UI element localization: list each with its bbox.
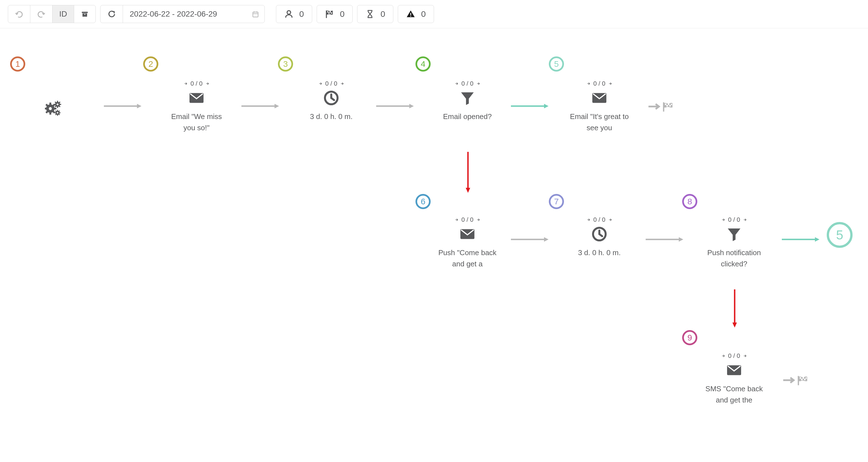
node-6-badge-wrap: 6 bbox=[415, 194, 431, 209]
node-5-ref-badge: 5 bbox=[827, 222, 852, 248]
node-6[interactable]: 0 / 0 Push "Come back and get a bbox=[434, 212, 501, 270]
stat-errors-value: 0 bbox=[421, 9, 426, 19]
history-group: ID bbox=[8, 5, 96, 23]
node-1[interactable]: 1 bbox=[10, 56, 25, 71]
refresh-button[interactable] bbox=[100, 5, 123, 23]
arrow-6-7 bbox=[511, 236, 550, 243]
node-5-badge: 5 bbox=[549, 56, 564, 71]
node-5-label: Email "It's great to see you bbox=[568, 111, 630, 133]
node-9-stats: 0 / 0 bbox=[721, 352, 747, 360]
node-3-stats: 0 / 0 bbox=[319, 80, 344, 87]
node-1-icon-wrap[interactable] bbox=[45, 98, 62, 118]
node-9[interactable]: 0 / 0 SMS "Come back and get the bbox=[698, 348, 771, 406]
node-4-badge-wrap: 4 bbox=[415, 56, 431, 71]
stat-completed-value: 0 bbox=[340, 9, 345, 19]
finish-flag-2 bbox=[783, 374, 808, 388]
undo-button[interactable] bbox=[8, 5, 30, 23]
node-4-badge: 4 bbox=[415, 56, 431, 71]
stat-completed[interactable]: 0 bbox=[317, 5, 353, 23]
arrow-8-9-no bbox=[731, 289, 738, 329]
node-6-badge: 6 bbox=[415, 194, 431, 209]
node-7-label: 3 d. 0 h. 0 m. bbox=[578, 247, 621, 258]
redo-button[interactable] bbox=[30, 5, 53, 23]
node-9-label: SMS "Come back and get the bbox=[703, 383, 765, 406]
stat-pending-value: 0 bbox=[380, 9, 385, 19]
node-4-label: Email opened? bbox=[443, 111, 492, 122]
node-7-stats: 0 / 0 bbox=[587, 216, 612, 223]
date-range-input[interactable] bbox=[123, 5, 246, 23]
date-range-group bbox=[100, 5, 265, 23]
node-6-label: Push "Come back and get a bbox=[436, 247, 498, 270]
node-5-stats: 0 / 0 bbox=[587, 80, 612, 87]
clock-icon bbox=[323, 90, 340, 106]
refresh-icon bbox=[107, 10, 116, 18]
undo-icon bbox=[15, 10, 23, 18]
node-5-ref[interactable]: 5 bbox=[827, 222, 852, 248]
node-4[interactable]: 0 / 0 Email opened? bbox=[434, 76, 501, 122]
user-icon bbox=[284, 9, 293, 19]
node-8-label: Push notification clicked? bbox=[703, 247, 765, 270]
node-3-label: 3 d. 0 h. 0 m. bbox=[310, 111, 352, 122]
node-8[interactable]: 0 / 0 Push notification clicked? bbox=[701, 212, 768, 270]
archive-button[interactable] bbox=[74, 5, 96, 23]
node-8-badge: 8 bbox=[682, 194, 697, 209]
id-button-label: ID bbox=[59, 9, 67, 19]
node-4-stats: 0 / 0 bbox=[455, 80, 480, 87]
stat-users[interactable]: 0 bbox=[276, 5, 312, 23]
node-7-badge: 7 bbox=[549, 194, 564, 209]
arrow-4-5-yes bbox=[511, 103, 550, 110]
stat-errors[interactable]: 0 bbox=[398, 5, 434, 23]
warning-icon bbox=[406, 9, 415, 19]
id-button[interactable]: ID bbox=[52, 5, 74, 23]
mail-icon bbox=[726, 362, 743, 379]
redo-icon bbox=[37, 10, 45, 18]
node-2-badge: 2 bbox=[143, 56, 158, 71]
node-9-badge: 9 bbox=[682, 330, 697, 345]
archive-icon bbox=[81, 10, 89, 18]
node-3-badge-wrap: 3 bbox=[278, 56, 293, 71]
mail-icon bbox=[591, 90, 608, 106]
stat-pending[interactable]: 0 bbox=[357, 5, 393, 23]
node-2-stats: 0 / 0 bbox=[184, 80, 210, 87]
node-5-badge-wrap: 5 bbox=[549, 56, 564, 71]
hourglass-icon bbox=[365, 9, 375, 19]
node-1-badge: 1 bbox=[10, 56, 25, 71]
node-5[interactable]: 0 / 0 Email "It's great to see you bbox=[566, 76, 633, 133]
node-2-badge-wrap: 2 bbox=[143, 56, 158, 71]
arrow-3-4 bbox=[376, 103, 415, 110]
node-8-badge-wrap: 8 bbox=[682, 194, 697, 209]
node-2-label: Email "We miss you so!" bbox=[166, 111, 227, 133]
node-3-badge: 3 bbox=[278, 56, 293, 71]
funnel-icon bbox=[726, 226, 743, 243]
calendar-icon bbox=[251, 10, 259, 18]
node-3[interactable]: 0 / 0 3 d. 0 h. 0 m. bbox=[298, 76, 365, 122]
node-2[interactable]: 0 / 0 Email "We miss you so!" bbox=[163, 76, 230, 133]
stat-users-value: 0 bbox=[299, 9, 304, 19]
arrow-1-2 bbox=[104, 103, 143, 110]
arrow-4-6-no bbox=[465, 152, 471, 194]
node-6-stats: 0 / 0 bbox=[455, 216, 480, 223]
flag-icon bbox=[325, 9, 334, 19]
funnel-icon bbox=[459, 90, 476, 106]
node-7-badge-wrap: 7 bbox=[549, 194, 564, 209]
arrow-2-3 bbox=[241, 103, 281, 110]
calendar-button[interactable] bbox=[246, 5, 265, 23]
mail-icon bbox=[188, 90, 205, 106]
workflow-canvas[interactable]: 1 2 0 / 0 Email "We miss you so!" 3 0 / … bbox=[0, 28, 868, 461]
node-8-stats: 0 / 0 bbox=[721, 216, 747, 223]
node-9-badge-wrap: 9 bbox=[682, 330, 697, 345]
node-7[interactable]: 0 / 0 3 d. 0 h. 0 m. bbox=[566, 212, 633, 258]
arrow-7-8 bbox=[646, 236, 685, 243]
mail-icon bbox=[459, 226, 476, 243]
finish-flag-1 bbox=[649, 100, 674, 114]
arrow-8-5ref-yes bbox=[782, 236, 821, 243]
toolbar: ID 0 0 0 0 bbox=[0, 0, 868, 28]
clock-icon bbox=[591, 226, 608, 243]
gears-icon bbox=[45, 101, 62, 118]
